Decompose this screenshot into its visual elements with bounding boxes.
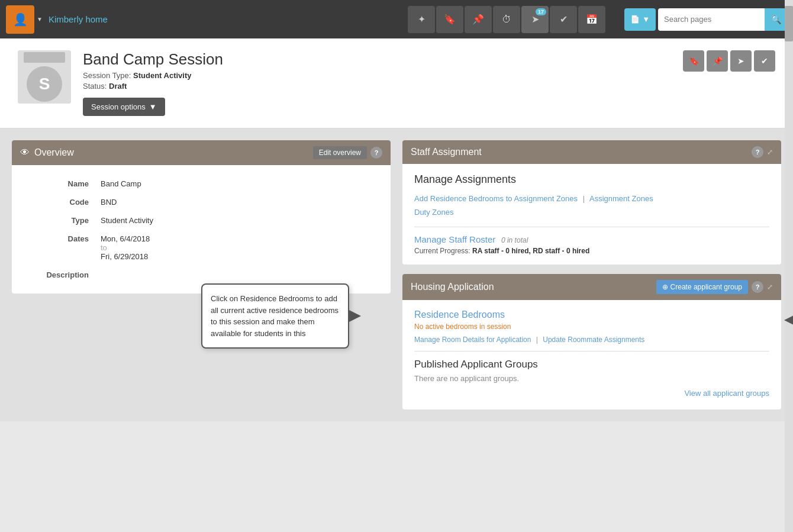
staff-assignment-header: Staff Assignment ? ⤢ (402, 140, 781, 164)
new-page-icon: 📄 (630, 15, 640, 24)
update-roommate-assignments-link[interactable]: Update Roommate Assignments (543, 336, 644, 344)
field-label-description: Description (24, 266, 95, 284)
left-column: 👁 Overview Edit overview ? Name Band Cam… (12, 140, 391, 410)
overview-row-name: Name Band Camp (24, 175, 379, 193)
clock-icon-btn[interactable]: ⏱ (493, 6, 520, 33)
housing-application-panel: Housing Application ⊕ Create applicant g… (402, 274, 781, 410)
create-applicant-group-button[interactable]: ⊕ Create applicant group (656, 280, 748, 294)
pin-icon-btn[interactable]: 📌 (465, 6, 492, 33)
new-page-btn[interactable]: 📄 ▼ (624, 8, 656, 31)
overview-header-actions: Edit overview ? (313, 146, 382, 159)
add-residence-bedrooms-link[interactable]: Add Residence Bedrooms to Assignment Zon… (414, 194, 578, 203)
header-send-btn[interactable]: ➤ (730, 50, 752, 72)
tooltip-residence-bedrooms: Click on Residence Bedrooms to add all c… (201, 283, 349, 349)
session-letter-icon: S (27, 66, 62, 102)
user-label: Kimberly home (49, 14, 108, 24)
roster-progress: Current Progress: RA staff - 0 hired, RD… (414, 247, 769, 255)
view-all-row: View all applicant groups (414, 383, 769, 400)
housing-application-header: Housing Application ⊕ Create applicant g… (402, 274, 781, 300)
page-header: S Band Camp Session Session Type: Studen… (0, 38, 793, 128)
field-label-dates: Dates (24, 230, 95, 266)
manage-staff-roster-link[interactable]: Manage Staff Roster (414, 234, 495, 244)
scrollbar[interactable] (785, 0, 793, 532)
page-title: Band Camp Session (83, 50, 671, 69)
search-box: 🔍 (658, 8, 787, 31)
published-groups-title: Published Applicant Groups (414, 359, 769, 370)
calendar-icon-btn[interactable]: 📅 (578, 6, 605, 33)
roster-count: 0 in total (501, 236, 528, 244)
residence-bedrooms-link[interactable]: Residence Bedrooms (414, 309, 769, 320)
overview-title: 👁 Overview (20, 147, 74, 158)
duty-zones-link[interactable]: Duty Zones (414, 208, 453, 217)
manage-links: Manage Room Details for Application | Up… (414, 336, 769, 344)
edit-overview-button[interactable]: Edit overview (313, 146, 367, 159)
overview-row-type: Type Student Activity (24, 211, 379, 230)
field-value-dates: Mon, 6/4/2018toFri, 6/29/2018 (95, 230, 379, 266)
search-button[interactable]: 🔍 (765, 8, 787, 31)
overview-panel-body: Name Band Camp Code BND Type Student Act… (12, 165, 391, 294)
header-pin-btn[interactable]: 📌 (707, 50, 728, 72)
published-groups-section: Published Applicant Groups There are no … (414, 359, 769, 383)
overview-eye-icon: 👁 (20, 147, 30, 158)
manage-assignments-title: Manage Assignments (414, 173, 769, 186)
notification-badge: 17 (536, 8, 546, 15)
bookmark-icon-btn[interactable]: 🔖 (436, 6, 463, 33)
housing-header-actions: ⊕ Create applicant group ? ⤢ (656, 280, 773, 294)
nav-icons: ✦ 🔖 📌 ⏱ ➤ 17 ✔ 📅 (408, 6, 605, 33)
overview-panel-header: 👁 Overview Edit overview ? (12, 140, 391, 165)
field-label-type: Type (24, 211, 95, 230)
apps-icon-btn[interactable]: ✦ (408, 6, 435, 33)
field-value-description (95, 266, 379, 284)
staff-assignment-header-actions: ? ⤢ (752, 146, 773, 158)
housing-divider (414, 351, 769, 352)
avatar-icon: 👤 (13, 12, 28, 27)
staff-assignment-body: Manage Assignments Add Residence Bedroom… (402, 164, 781, 265)
session-type-meta: Session Type: Student Activity (83, 71, 671, 80)
overview-row-code: Code BND (24, 193, 379, 211)
staff-help-icon[interactable]: ? (752, 146, 763, 158)
search-input[interactable] (658, 8, 765, 31)
field-value-name: Band Camp (95, 175, 379, 193)
overview-table: Name Band Camp Code BND Type Student Act… (24, 175, 379, 284)
assignment-links: Add Residence Bedrooms to Assignment Zon… (414, 192, 769, 220)
top-navigation: 👤 ▼ Kimberly home ✦ 🔖 📌 ⏱ ➤ 17 ✔ 📅 📄 ▼ 🔍 (0, 0, 793, 38)
overview-row-description: Description (24, 266, 379, 284)
avatar[interactable]: 👤 (6, 5, 34, 34)
staff-assignment-panel: Staff Assignment ? ⤢ Manage Assignments … (402, 140, 781, 265)
overview-help-icon[interactable]: ? (370, 147, 382, 159)
field-value-type: Student Activity (95, 211, 379, 230)
header-bookmark-btn[interactable]: 🔖 (683, 50, 704, 72)
check-icon-btn[interactable]: ✔ (550, 6, 577, 33)
housing-application-body: Residence Bedrooms No active bedrooms in… (402, 300, 781, 410)
session-icon: S (18, 50, 71, 104)
staff-assignment-title: Staff Assignment (411, 147, 482, 157)
housing-expand-icon[interactable]: ⤢ (767, 283, 773, 291)
navigation-icon-btn[interactable]: ➤ 17 (521, 6, 549, 33)
header-actions: 🔖 📌 ➤ ✔ (683, 50, 775, 72)
plus-icon: ⊕ (662, 283, 668, 291)
housing-application-title: Housing Application (411, 282, 494, 292)
staff-divider (414, 227, 769, 227)
no-bedrooms-text: No active bedrooms in session (414, 323, 769, 331)
search-area: 📄 ▼ 🔍 (624, 8, 787, 31)
housing-help-icon[interactable]: ? (752, 281, 763, 293)
session-options-button[interactable]: Session options ▼ (83, 98, 165, 116)
view-all-applicant-groups-link[interactable]: View all applicant groups (684, 389, 769, 398)
residence-bedrooms-section: Residence Bedrooms No active bedrooms in… (414, 309, 769, 344)
main-content: 👁 Overview Edit overview ? Name Band Cam… (0, 128, 793, 421)
no-groups-text: There are no applicant groups. (414, 374, 769, 383)
avatar-dropdown-icon[interactable]: ▼ (37, 16, 43, 22)
manage-room-details-link[interactable]: Manage Room Details for Application (414, 336, 531, 344)
staff-expand-icon[interactable]: ⤢ (767, 148, 773, 156)
page-header-info: Band Camp Session Session Type: Student … (83, 50, 671, 116)
overview-row-dates: Dates Mon, 6/4/2018toFri, 6/29/2018 (24, 230, 379, 266)
assignment-zones-link[interactable]: Assignment Zones (589, 194, 653, 203)
scrollbar-thumb[interactable] (785, 6, 793, 41)
session-options-label: Session options (91, 102, 146, 111)
right-column: Staff Assignment ? ⤢ Manage Assignments … (402, 140, 781, 410)
session-options-dropdown-icon: ▼ (149, 102, 157, 111)
field-value-code: BND (95, 193, 379, 211)
new-page-dropdown-icon: ▼ (642, 15, 650, 24)
header-edit-btn[interactable]: ✔ (754, 50, 775, 72)
roster-section: Manage Staff Roster 0 in total Current P… (414, 234, 769, 255)
